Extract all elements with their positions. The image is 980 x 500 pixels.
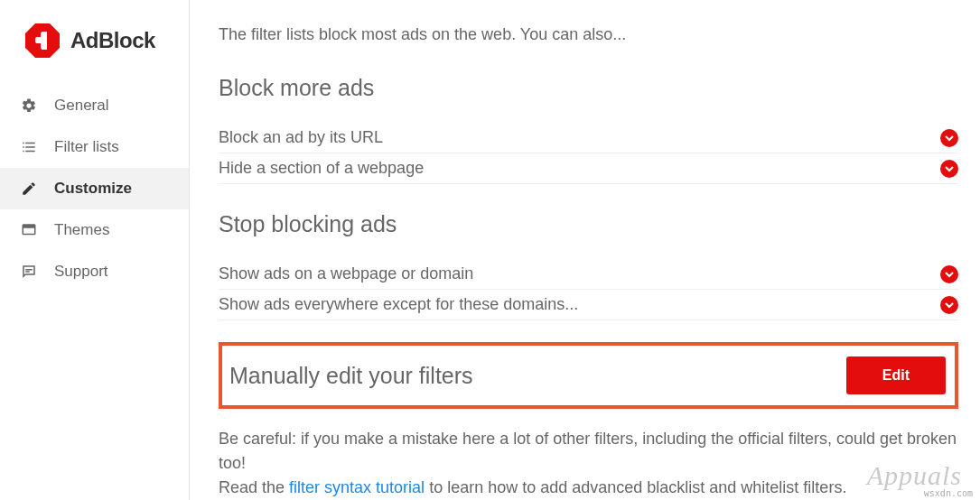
block-more-heading: Block more ads [219, 75, 958, 101]
pencil-icon [20, 180, 38, 198]
sidebar-item-themes[interactable]: Themes [0, 209, 189, 251]
row-show-on-domain[interactable]: Show ads on a webpage or domain [219, 259, 958, 290]
row-hide-section[interactable]: Hide a section of a webpage [219, 153, 958, 184]
gear-icon [20, 97, 38, 115]
sidebar-item-label: Support [54, 263, 108, 281]
row-label: Show ads on a webpage or domain [219, 264, 940, 283]
source-watermark: wsxdn.com [924, 488, 973, 498]
brand-logo: AdBlock [0, 0, 189, 85]
chevron-down-icon[interactable] [940, 265, 958, 283]
sidebar-item-filter-lists[interactable]: Filter lists [0, 126, 189, 168]
theme-icon [20, 221, 38, 239]
svg-rect-7 [25, 271, 30, 273]
sidebar-item-general[interactable]: General [0, 85, 189, 126]
warning-line1: Be careful: if you make a mistake here a… [219, 427, 958, 476]
svg-rect-5 [23, 225, 35, 228]
manual-edit-highlight: Manually edit your filters Edit [219, 342, 958, 409]
manual-edit-heading: Manually edit your filters [229, 363, 473, 389]
row-show-except-domains[interactable]: Show ads everywhere except for these dom… [219, 290, 958, 320]
warning-pre: Read the [219, 478, 289, 496]
row-label: Block an ad by its URL [219, 128, 940, 147]
nav-list: General Filter lists Customize Themes [0, 85, 189, 292]
chat-icon [20, 263, 38, 281]
sidebar-item-label: Filter lists [54, 138, 119, 156]
svg-rect-6 [25, 269, 33, 271]
sidebar-item-customize[interactable]: Customize [0, 168, 189, 209]
warning-line2: Read the filter syntax tutorial to learn… [219, 476, 958, 500]
chevron-down-icon[interactable] [940, 160, 958, 178]
sidebar-item-support[interactable]: Support [0, 251, 189, 292]
warning-post: to learn how to add advanced blacklist a… [425, 478, 846, 496]
row-block-by-url[interactable]: Block an ad by its URL [219, 123, 958, 153]
chevron-down-icon[interactable] [940, 129, 958, 147]
sidebar-item-label: Themes [54, 221, 109, 239]
row-label: Hide a section of a webpage [219, 159, 940, 178]
intro-text: The filter lists block most ads on the w… [219, 25, 958, 44]
stop-blocking-heading: Stop blocking ads [219, 211, 958, 237]
edit-button[interactable]: Edit [846, 356, 946, 394]
row-label: Show ads everywhere except for these dom… [219, 295, 940, 314]
sidebar-item-label: General [54, 97, 108, 115]
list-icon [20, 138, 38, 156]
filter-syntax-link[interactable]: filter syntax tutorial [289, 478, 425, 496]
adblock-logo-icon [23, 22, 61, 60]
sidebar: AdBlock General Filter lists Customize [0, 0, 190, 500]
brand-name: AdBlock [70, 28, 155, 53]
main-content: The filter lists block most ads on the w… [190, 0, 980, 500]
sidebar-item-label: Customize [54, 180, 132, 198]
chevron-down-icon[interactable] [940, 296, 958, 314]
svg-rect-3 [35, 37, 42, 43]
